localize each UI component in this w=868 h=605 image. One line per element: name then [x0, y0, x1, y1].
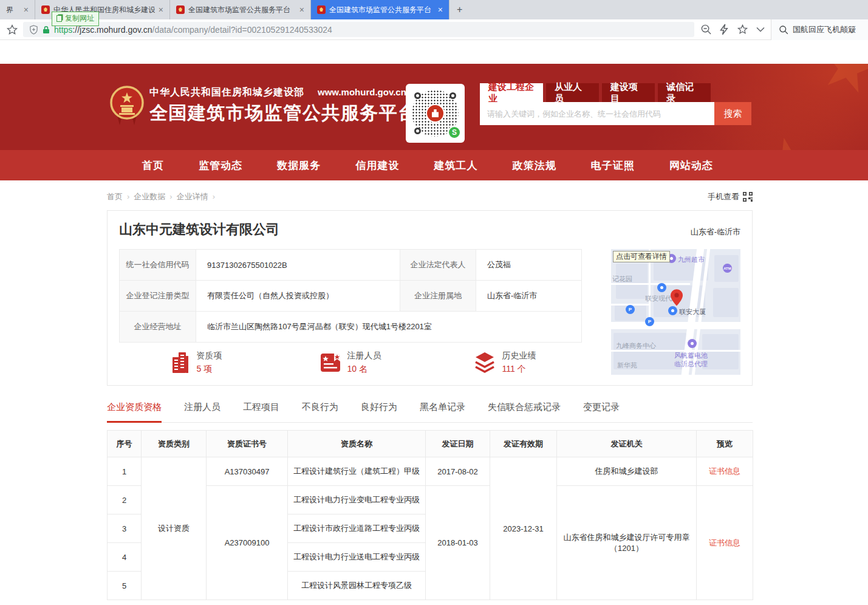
table-row: 1 设计资质 A137030497 工程设计建筑行业（建筑工程）甲级 2017-…	[108, 457, 753, 486]
col-header: 预览	[697, 431, 753, 457]
new-tab-button[interactable]: +	[449, 0, 470, 19]
tab-bad-behavior[interactable]: 不良行为	[302, 402, 338, 422]
location-map[interactable]: 点击可查看详情 九州超市 ATM 记花园 联安现代城 联安大厦 P P 九峰商务…	[611, 249, 740, 375]
cell-category: 设计资质	[142, 457, 207, 600]
decorative-star-icon: ★	[810, 64, 868, 111]
nav-item-home[interactable]: 首页	[142, 159, 164, 173]
breadcrumb-separator: ›	[213, 192, 215, 201]
qr-eye-icon	[449, 92, 456, 99]
browser-tab-jzsc-1[interactable]: 全国建筑市场监管公共服务平台 ×	[170, 0, 311, 19]
search-tab-enterprise[interactable]: 建设工程企业	[480, 83, 543, 102]
search-tab-project[interactable]: 建设项目	[602, 83, 655, 102]
tab-registered-personnel[interactable]: 注册人员	[184, 402, 220, 422]
cell-validity: 2023-12-31	[490, 457, 557, 600]
map-label: 九峰商务中心	[616, 341, 656, 350]
tab-good-behavior[interactable]: 良好行为	[361, 402, 397, 422]
poi-marker-icon	[657, 283, 666, 292]
search-tab-personnel[interactable]: 从业人员	[546, 83, 599, 102]
tab-change-records[interactable]: 变更记录	[583, 402, 620, 422]
cell-cert-no: A137030497	[207, 457, 288, 486]
legal-rep-value: 公茂福	[476, 250, 582, 281]
wechat-qr-code: S	[406, 84, 465, 143]
search-button[interactable]: 搜索	[714, 102, 751, 125]
map-label: 临沂总代理	[674, 360, 708, 369]
stat-value: 5 项	[197, 364, 222, 375]
col-header: 发证日期	[426, 431, 490, 457]
lightning-icon[interactable]	[720, 24, 729, 35]
copy-icon	[56, 15, 62, 22]
qr-eye-icon	[414, 128, 421, 134]
close-icon[interactable]: ×	[159, 5, 163, 14]
address-bar[interactable]: https://jzsc.mohurd.gov.cn/data/company/…	[23, 22, 694, 37]
breadcrumb-home[interactable]: 首页	[107, 192, 123, 201]
nav-item-data-service[interactable]: 数据服务	[277, 159, 321, 173]
tab-projects[interactable]: 工程项目	[243, 402, 279, 422]
map-label: 风帆蓄电池	[674, 351, 708, 360]
tab-blacklist[interactable]: 黑名单记录	[420, 402, 465, 422]
national-emblem-icon	[110, 85, 144, 126]
site-favicon-icon	[176, 5, 185, 14]
map-label: 联安大厦	[679, 307, 706, 316]
col-header: 资质名称	[288, 431, 426, 457]
platform-title: 全国建筑市场监管公共服务平台	[149, 101, 417, 126]
breadcrumb-company-detail[interactable]: 企业详情	[177, 192, 208, 201]
ministry-site-url: www.mohurd.gov.cn	[318, 87, 406, 97]
nav-item-policy[interactable]: 政策法规	[513, 159, 556, 173]
cell-qual-name: 工程设计市政行业道路工程专业丙级	[288, 514, 426, 543]
nav-item-site-news[interactable]: 网站动态	[669, 159, 713, 173]
ministry-name: 中华人民共和国住房和城乡建设部www.mohurd.gov.cn	[149, 86, 406, 99]
registration-type-value: 有限责任公司（自然人投资或控股）	[196, 281, 400, 312]
mobile-view-button[interactable]: 手机查看	[708, 191, 753, 202]
info-label: 企业注册属地	[400, 281, 476, 312]
news-search-box[interactable]: 国航回应飞机颠簸	[771, 19, 868, 40]
keyword-search-input[interactable]	[480, 102, 714, 125]
tab-title: 全国建筑市场监管公共服务平台	[188, 5, 296, 15]
info-label: 企业经营地址	[120, 312, 196, 343]
cell-issue-date: 2017-08-02	[426, 457, 490, 486]
bookmark-star-icon[interactable]	[6, 24, 18, 36]
chevron-down-icon[interactable]	[756, 27, 765, 32]
breadcrumb-separator: ›	[169, 192, 172, 201]
poi-marker-icon: ATM	[723, 264, 732, 273]
tab-qualifications[interactable]: 企业资质资格	[107, 402, 162, 423]
col-header: 序号	[108, 431, 142, 457]
cell-no: 3	[108, 514, 142, 543]
breadcrumb-company-data[interactable]: 企业数据	[134, 192, 165, 201]
table-header-row: 序号 资质类别 资质证书号 资质名称 发证日期 发证有效期 发证机关 预览	[108, 431, 753, 457]
shield-icon[interactable]	[29, 25, 38, 35]
certificate-icon	[320, 353, 341, 372]
cell-authority: 山东省住房和城乡建设厅许可专用章 （1201）	[557, 486, 697, 600]
close-icon[interactable]: ×	[299, 5, 304, 14]
browser-tab-jzsc-active[interactable]: 全国建筑市场监管公共服务平台 ×	[311, 0, 449, 19]
nav-item-supervision[interactable]: 监管动态	[199, 159, 242, 173]
nav-item-workers[interactable]: 建筑工人	[434, 159, 478, 173]
map-label: 记花园	[612, 275, 632, 284]
cell-authority: 住房和城乡建设部	[557, 457, 697, 486]
nav-item-e-license[interactable]: 电子证照	[591, 159, 635, 173]
search-tab-credit[interactable]: 诚信记录	[658, 83, 711, 102]
favorite-star-icon[interactable]	[737, 24, 748, 35]
certificate-info-link[interactable]: 证书信息	[709, 538, 740, 547]
zoom-out-icon[interactable]	[700, 24, 712, 35]
cell-no: 1	[108, 457, 142, 486]
map-detail-tooltip[interactable]: 点击可查看详情	[613, 251, 670, 262]
cell-no: 5	[108, 572, 142, 600]
browser-tab-cut[interactable]: 界 ×	[0, 0, 35, 19]
company-stats: 资质项 5 项 注册人员 10 名 历史	[119, 350, 582, 375]
search-icon	[779, 25, 788, 35]
close-icon[interactable]: ×	[24, 5, 29, 14]
company-info-table: 统一社会信用代码 91371302675501022B 企业法定代表人 公茂福 …	[119, 249, 582, 343]
nav-item-credit[interactable]: 信用建设	[355, 159, 399, 173]
parking-icon: P	[645, 317, 654, 326]
close-icon[interactable]: ×	[438, 5, 443, 14]
info-label: 统一社会信用代码	[120, 250, 196, 281]
certificate-info-link[interactable]: 证书信息	[709, 467, 740, 476]
col-header: 发证有效期	[490, 431, 557, 457]
col-header: 资质类别	[142, 431, 207, 457]
stat-registered-personnel: 注册人员 10 名	[273, 350, 428, 375]
tab-dishonesty[interactable]: 失信联合惩戒记录	[488, 402, 561, 422]
news-query-text: 国航回应飞机颠簸	[793, 24, 856, 35]
stat-label: 资质项	[197, 350, 222, 361]
lock-icon	[43, 26, 50, 34]
stat-value: 10 名	[347, 364, 381, 375]
